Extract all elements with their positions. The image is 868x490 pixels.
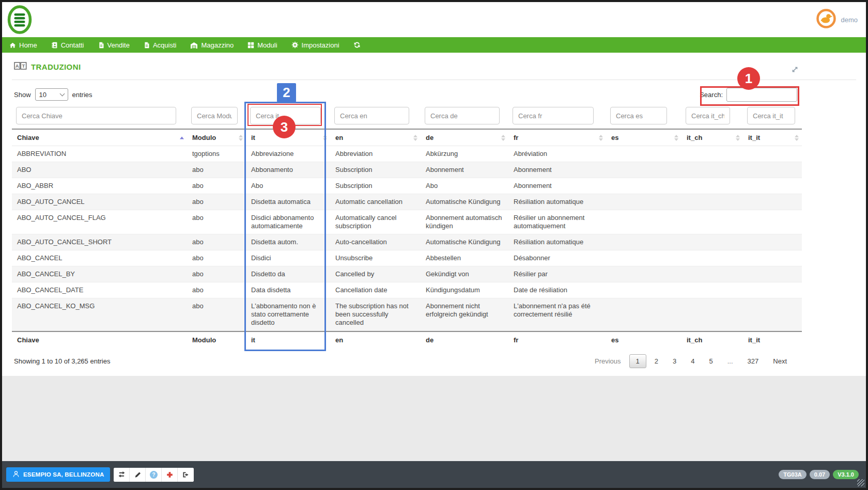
pagination-page-4[interactable]: 4 <box>685 355 701 368</box>
expand-icon[interactable] <box>791 66 799 75</box>
column-footer-chiave: Chiave <box>12 331 187 348</box>
filter-chiave-input[interactable] <box>16 107 176 124</box>
sort-icon <box>413 135 417 141</box>
edit-pencil-icon[interactable] <box>130 468 146 482</box>
page-length-select[interactable]: 10 <box>35 88 68 101</box>
pagination-page-5[interactable]: 5 <box>703 355 719 368</box>
filter-fr-input[interactable] <box>513 107 594 124</box>
nav-item-label: Acquisti <box>153 41 177 49</box>
cell-en: The subscription has not been successful… <box>330 298 421 331</box>
cell-it_it <box>743 162 802 178</box>
cell-it_ch <box>681 210 743 234</box>
pagination-page-1[interactable]: 1 <box>629 354 646 368</box>
nav-item-label: Impostazioni <box>302 41 339 49</box>
cell-de: Automatische Kündigung <box>421 234 508 250</box>
pagination-page-327[interactable]: 327 <box>741 355 765 368</box>
filter-es-input[interactable] <box>610 107 667 124</box>
cell-it_ch <box>681 282 743 298</box>
cell-it_it <box>743 298 802 331</box>
table-row[interactable]: ABBREVIATIONtgoptionsAbbreviazioneAbbrev… <box>12 146 802 162</box>
filter-de-input[interactable] <box>425 107 500 124</box>
pagination-next[interactable]: Next <box>767 355 793 368</box>
table-info: Showing 1 to 10 of 3,265 entries <box>14 357 110 365</box>
main-nav: HomeContattiVenditeAcquistiMagazzinoModu… <box>2 37 866 53</box>
warehouse-icon <box>190 42 198 49</box>
nav-item-moduli[interactable]: Moduli <box>247 41 277 49</box>
cell-en: Auto-cancellation <box>330 234 421 250</box>
column-header-es[interactable]: es <box>606 130 681 146</box>
nav-item-acquisti[interactable]: Acquisti <box>144 41 177 49</box>
table-row[interactable]: ABO_CANCELaboDisdiciUnsubscribeAbbestell… <box>12 250 802 266</box>
cell-it_ch <box>681 178 743 194</box>
cell-chiave: ABBREVIATION <box>12 146 187 162</box>
column-header-label: it_it <box>748 134 760 141</box>
column-header-it_ch[interactable]: it_ch <box>681 130 743 146</box>
column-header-fr[interactable]: fr <box>508 130 606 146</box>
table-row[interactable]: ABO_CANCEL_DATEaboData disdettaCancellat… <box>12 282 802 298</box>
nav-item-contatti[interactable]: Contatti <box>51 41 84 49</box>
cell-en: Subscription <box>330 162 421 178</box>
refresh-icon[interactable] <box>353 41 361 49</box>
pagination-page-2[interactable]: 2 <box>648 355 664 368</box>
swap-icon[interactable] <box>114 468 130 482</box>
pagination-page-3[interactable]: 3 <box>667 355 683 368</box>
hamburger-ellipse-icon <box>7 5 32 35</box>
column-footer-modulo: Modulo <box>187 331 246 348</box>
svg-text:T: T <box>22 63 25 69</box>
column-footer-row: ChiaveModuloitendefresit_chit_it <box>12 331 802 348</box>
nav-item-vendite[interactable]: Vendite <box>98 41 130 49</box>
cell-es <box>606 210 681 234</box>
help-icon[interactable]: ? <box>146 468 162 482</box>
company-button[interactable]: ESEMPIO SA, BELLINZONA <box>6 467 110 482</box>
sales-doc-icon <box>98 42 104 49</box>
cell-chiave: ABO_ABBR <box>12 178 187 194</box>
nav-item-impostazioni[interactable]: Impostazioni <box>291 41 339 49</box>
filter-modulo-input[interactable] <box>191 107 238 124</box>
filter-en-input[interactable] <box>334 107 409 124</box>
logout-icon[interactable] <box>178 468 194 482</box>
pagination-previous[interactable]: Previous <box>588 355 627 368</box>
cell-es <box>606 298 681 331</box>
column-header-label: it_ch <box>687 134 702 141</box>
column-header-it_it[interactable]: it_it <box>743 130 802 146</box>
table-row[interactable]: ABO_AUTO_CANCEL_SHORTaboDisdetta autom.A… <box>12 234 802 250</box>
column-header-modulo[interactable]: Modulo <box>187 130 246 146</box>
pagination-ellipsis: ... <box>721 355 739 368</box>
app-logo[interactable] <box>7 5 32 35</box>
table-row[interactable]: ABO_ABBRaboAboSubscriptionAboAbonnement <box>12 178 802 194</box>
company-button-label: ESEMPIO SA, BELLINZONA <box>23 471 104 478</box>
column-header-chiave[interactable]: Chiave <box>12 130 187 146</box>
table-row[interactable]: ABOaboAbbonamentoSubscriptionAbonnementA… <box>12 162 802 178</box>
table-row[interactable]: ABO_AUTO_CANCEL_FLAGaboDisdici abbonamen… <box>12 210 802 234</box>
swiss-cross-icon[interactable] <box>162 468 178 482</box>
sort-icon <box>795 135 799 141</box>
nav-item-home[interactable]: Home <box>9 41 37 49</box>
cell-modulo: abo <box>187 178 246 194</box>
top-header: demo <box>2 2 866 37</box>
cell-fr: Résilier par <box>508 266 606 282</box>
cell-es <box>606 178 681 194</box>
table-row[interactable]: ABO_CANCEL_KO_MSGaboL'abbonamento non è … <box>12 298 802 331</box>
cell-modulo: abo <box>187 282 246 298</box>
cell-it_it <box>743 282 802 298</box>
cell-fr: Abréviation <box>508 146 606 162</box>
nav-item-magazzino[interactable]: Magazzino <box>190 41 234 49</box>
sort-icon <box>501 135 505 141</box>
table-row[interactable]: ABO_AUTO_CANCELaboDisdetta automaticaAut… <box>12 194 802 210</box>
column-header-label: es <box>611 134 618 141</box>
column-header-en[interactable]: en <box>330 130 421 146</box>
resize-grip[interactable] <box>857 479 864 486</box>
filter-it_ch-input[interactable] <box>686 107 730 124</box>
filter-it_it-input[interactable] <box>747 107 795 124</box>
user-menu[interactable]: demo <box>816 9 858 30</box>
purchases-doc-icon <box>144 42 150 49</box>
cell-en: Automatic cancellation <box>330 194 421 210</box>
nav-item-label: Contatti <box>61 41 84 49</box>
cell-fr: Résiliation automatique <box>508 194 606 210</box>
cell-chiave: ABO_AUTO_CANCEL_SHORT <box>12 234 187 250</box>
column-header-de[interactable]: de <box>421 130 508 146</box>
annotation-step-3: 3 <box>273 116 296 138</box>
app-window: demo HomeContattiVenditeAcquistiMagazzin… <box>0 0 868 490</box>
cell-fr: Date de résiliation <box>508 282 606 298</box>
table-row[interactable]: ABO_CANCEL_BYaboDisdetto daCancelled byG… <box>12 266 802 282</box>
